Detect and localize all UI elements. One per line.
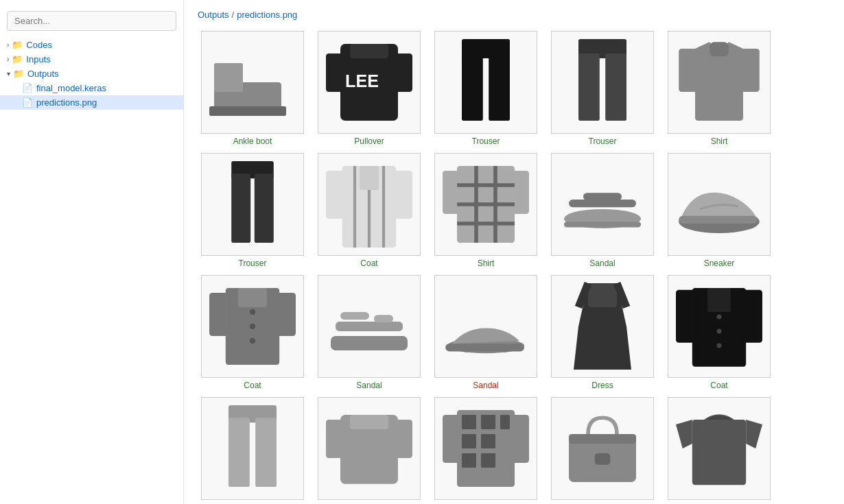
svg-rect-69	[255, 418, 277, 487]
item-label: Coat	[710, 381, 727, 390]
tree-item-final_model[interactable]: 📄final_model.keras	[0, 81, 183, 95]
image-box	[434, 397, 537, 500]
tree-item-codes[interactable]: ›📁Codes	[0, 38, 183, 52]
svg-rect-63	[707, 288, 731, 312]
svg-rect-51	[336, 322, 403, 331]
image-box	[668, 153, 771, 256]
image-box	[668, 275, 771, 378]
image-box	[318, 397, 421, 500]
item-label: Sandal	[356, 381, 382, 390]
svg-rect-6	[350, 44, 388, 58]
grid-cell: Dress	[548, 275, 657, 390]
folder-icon: 📁	[13, 69, 24, 79]
tree-label: Inputs	[26, 54, 50, 64]
grid-cell: Ankle boot	[198, 31, 307, 146]
image-grid: Ankle boot LEE Pullover Trouser Trouser …	[198, 31, 830, 504]
item-label: Trouser	[472, 136, 500, 146]
svg-rect-9	[462, 53, 483, 121]
svg-point-65	[717, 329, 722, 334]
svg-rect-45	[274, 293, 296, 336]
item-label: Dress	[591, 381, 613, 390]
item-label: Sandal	[473, 381, 498, 390]
svg-rect-79	[500, 415, 510, 429]
main-content: Outputs / predictions.png Ankle boot LEE…	[184, 0, 844, 504]
grid-cell: Trouser	[548, 31, 657, 146]
image-box	[551, 31, 654, 134]
svg-rect-30	[443, 171, 462, 214]
svg-rect-81	[481, 434, 495, 448]
svg-rect-31	[510, 171, 529, 214]
svg-rect-12	[578, 53, 600, 121]
image-box	[201, 275, 304, 378]
svg-rect-23	[326, 171, 347, 219]
tree-label: Codes	[26, 40, 52, 50]
grid-cell: Coat	[198, 275, 307, 390]
svg-rect-39	[583, 193, 622, 200]
grid-cell: Shirt	[664, 31, 774, 146]
svg-rect-5	[393, 53, 412, 92]
svg-rect-85	[569, 434, 636, 444]
tree-item-outputs[interactable]: ▾📁Outputs	[0, 67, 183, 81]
item-label: Trouser	[589, 136, 617, 146]
tree-item-predictions_png[interactable]: 📄predictions.png	[0, 95, 183, 110]
grid-cell: Pullover	[314, 397, 424, 504]
svg-marker-89	[746, 420, 762, 448]
grid-cell: Sandal	[314, 275, 424, 390]
item-label: Sandal	[589, 259, 615, 268]
image-box: LEE	[318, 31, 421, 134]
svg-point-49	[250, 338, 255, 344]
item-label: Shirt	[711, 136, 728, 146]
breadcrumb: Outputs / predictions.png	[198, 7, 830, 20]
grid-cell: LEE Pullover	[314, 31, 424, 146]
item-label: Sneaker	[704, 259, 735, 268]
svg-rect-1	[214, 63, 243, 92]
grid-cell: Sandal	[548, 153, 657, 268]
svg-rect-77	[462, 415, 476, 429]
item-label: Shirt	[478, 259, 495, 268]
svg-rect-24	[391, 171, 412, 219]
file-icon: 📄	[22, 83, 33, 93]
grid-cell: Coat	[664, 275, 774, 390]
tree-arrow: ›	[7, 56, 9, 63]
image-box	[201, 397, 304, 500]
image-box	[434, 31, 537, 134]
search-input[interactable]	[7, 11, 176, 31]
item-label: Pullover	[354, 136, 384, 146]
folder-icon: 📁	[12, 40, 23, 50]
grid-cell: Trouser	[198, 153, 307, 268]
file-icon: 📄	[22, 97, 33, 108]
svg-rect-44	[209, 293, 231, 336]
image-box	[551, 275, 654, 378]
search-container	[0, 5, 183, 38]
image-box	[201, 31, 304, 134]
breadcrumb-separator: /	[232, 10, 235, 20]
svg-rect-78	[481, 415, 495, 429]
svg-rect-73	[350, 415, 388, 429]
svg-rect-28	[360, 166, 379, 190]
tree-arrow: ▾	[7, 70, 10, 77]
svg-rect-57	[588, 283, 617, 307]
svg-rect-42	[679, 216, 758, 224]
svg-rect-72	[393, 420, 412, 458]
grid-cell: T-shirt/top	[664, 397, 774, 504]
sidebar: ›📁Codes›📁Inputs▾📁Outputs📄final_model.ker…	[0, 0, 184, 504]
grid-cell: Sandal	[431, 275, 541, 390]
svg-rect-10	[489, 53, 510, 121]
image-box	[318, 153, 421, 256]
svg-rect-20	[231, 173, 250, 243]
item-label: Trouser	[239, 259, 267, 268]
grid-cell: Bag	[548, 397, 657, 504]
svg-rect-21	[255, 173, 274, 243]
item-label: Coat	[244, 381, 261, 390]
tree-item-inputs[interactable]: ›📁Inputs	[0, 52, 183, 67]
image-box	[201, 153, 304, 256]
grid-cell: Sneaker	[664, 153, 774, 268]
svg-rect-71	[326, 420, 345, 458]
grid-cell: Trouser	[198, 397, 307, 504]
tree-label: final_model.keras	[36, 83, 106, 93]
svg-rect-50	[331, 336, 408, 350]
file-tree: ›📁Codes›📁Inputs▾📁Outputs📄final_model.ker…	[0, 38, 183, 110]
svg-text:LEE: LEE	[345, 71, 379, 91]
breadcrumb-parent[interactable]: Outputs	[198, 10, 229, 20]
grid-cell: Coat	[431, 397, 541, 504]
